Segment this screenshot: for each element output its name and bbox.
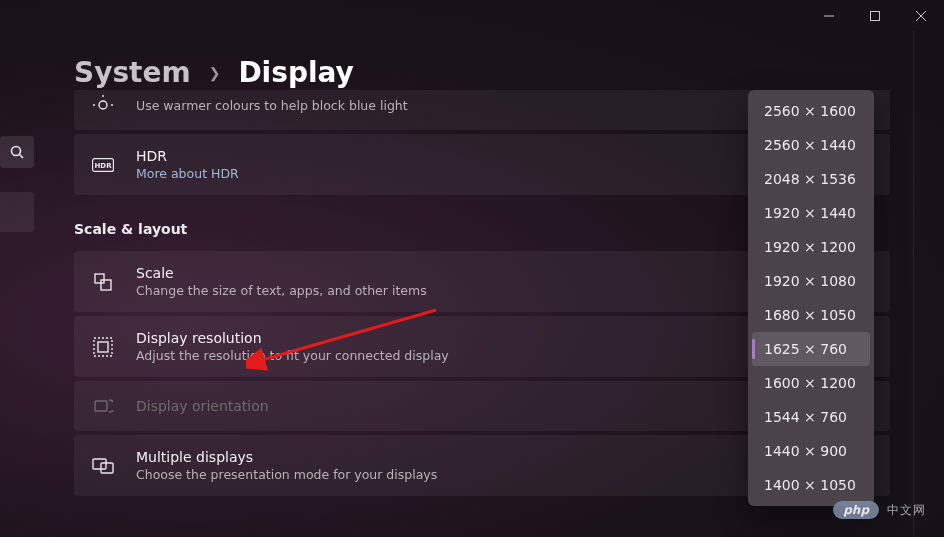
setting-subtitle: Choose the presentation mode for your di… <box>136 467 437 482</box>
search-icon <box>10 145 24 159</box>
resolution-option[interactable]: 1544 × 760 <box>752 400 870 434</box>
watermark-text: 中文网 <box>887 502 926 519</box>
svg-rect-13 <box>101 280 111 290</box>
svg-point-6 <box>99 101 107 109</box>
breadcrumb: System ❯ Display <box>74 56 354 89</box>
minimize-icon <box>824 11 834 21</box>
resolution-option[interactable]: 1920 × 1080 <box>752 264 870 298</box>
hdr-more-link[interactable]: More about HDR <box>136 166 239 181</box>
svg-rect-1 <box>871 12 880 21</box>
setting-title: Scale <box>136 265 427 281</box>
resolution-option[interactable]: 1400 × 1050 <box>752 468 870 502</box>
setting-title: Display orientation <box>136 398 269 414</box>
svg-text:HDR: HDR <box>94 162 112 170</box>
resolution-option[interactable]: 1440 × 900 <box>752 434 870 468</box>
scale-icon <box>92 271 114 293</box>
watermark: php 中文网 <box>833 501 926 519</box>
setting-title: Multiple displays <box>136 449 437 465</box>
resolution-option[interactable]: 2560 × 1440 <box>752 128 870 162</box>
orientation-icon <box>92 395 114 417</box>
maximize-icon <box>870 11 880 21</box>
window-controls <box>806 0 944 32</box>
search-rail-button[interactable] <box>0 136 34 168</box>
svg-rect-18 <box>101 463 113 473</box>
svg-rect-12 <box>95 274 104 283</box>
resolution-option[interactable]: 1680 × 1050 <box>752 298 870 332</box>
nav-rail-item-system[interactable] <box>0 192 34 232</box>
resolution-dropdown-menu[interactable]: 2560 × 16002560 × 14402048 × 15361920 × … <box>748 90 874 506</box>
setting-title: HDR <box>136 148 239 164</box>
scrollbar-track[interactable] <box>913 31 914 537</box>
svg-rect-14 <box>94 338 112 356</box>
svg-rect-17 <box>93 459 106 469</box>
hdr-icon: HDR <box>92 154 114 176</box>
minimize-button[interactable] <box>806 0 852 32</box>
setting-subtitle: Use warmer colours to help block blue li… <box>136 98 408 113</box>
svg-rect-16 <box>95 401 107 411</box>
close-button[interactable] <box>898 0 944 32</box>
page-title: Display <box>238 56 353 89</box>
resolution-option[interactable]: 2048 × 1536 <box>752 162 870 196</box>
resolution-option[interactable]: 1625 × 760 <box>752 332 870 366</box>
breadcrumb-root[interactable]: System <box>74 56 191 89</box>
resolution-option[interactable]: 1920 × 1200 <box>752 230 870 264</box>
maximize-button[interactable] <box>852 0 898 32</box>
left-rail <box>0 136 34 256</box>
chevron-right-icon: ❯ <box>209 65 221 81</box>
svg-line-5 <box>20 155 24 159</box>
resolution-option[interactable]: 2560 × 1600 <box>752 94 870 128</box>
resolution-icon <box>92 336 114 358</box>
watermark-badge: php <box>833 501 879 519</box>
svg-point-4 <box>12 147 21 156</box>
setting-subtitle: Change the size of text, apps, and other… <box>136 283 427 298</box>
setting-subtitle: Adjust the resolution to fit your connec… <box>136 348 449 363</box>
setting-title: Display resolution <box>136 330 449 346</box>
svg-rect-15 <box>98 342 108 352</box>
resolution-option[interactable]: 1920 × 1440 <box>752 196 870 230</box>
resolution-option[interactable]: 1600 × 1200 <box>752 366 870 400</box>
close-icon <box>916 11 926 21</box>
multiple-displays-icon <box>92 455 114 477</box>
night-light-icon <box>92 94 114 116</box>
